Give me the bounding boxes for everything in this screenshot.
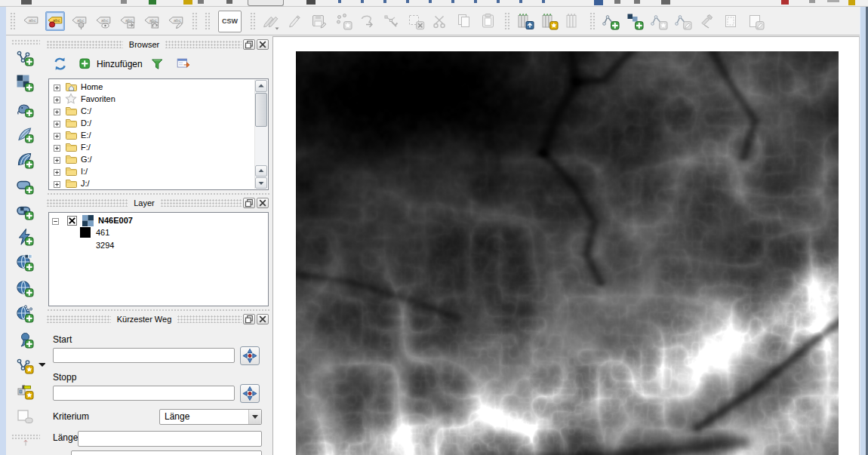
browser-item-home[interactable]: Home — [49, 81, 254, 93]
add-oracle-georaster-layer-button[interactable] — [16, 202, 35, 222]
add-wcs-layer-button[interactable] — [16, 254, 35, 273]
delete-selected-button[interactable] — [406, 11, 426, 31]
scrollbar-thumb[interactable] — [255, 93, 267, 127]
add-mssql-layer-button[interactable] — [16, 151, 35, 171]
expand-plus-icon[interactable] — [54, 108, 60, 115]
select-by-rectangle-button[interactable] — [722, 11, 741, 31]
expand-plus-icon[interactable] — [54, 156, 60, 163]
panel-float-button[interactable] — [243, 39, 255, 50]
expand-plus-icon[interactable] — [54, 120, 60, 127]
add-postgis-layer-button[interactable] — [16, 100, 35, 119]
change-label-button[interactable]: abc — [166, 11, 186, 31]
paste-features-button[interactable] — [479, 11, 498, 31]
collapse-minus-icon[interactable] — [52, 217, 59, 224]
scroll-down-button[interactable] — [255, 177, 267, 189]
toolbar-handle[interactable] — [504, 12, 509, 30]
save-layer-edits-button[interactable] — [309, 11, 329, 31]
time-input-partial[interactable] — [71, 450, 262, 455]
panel-close-button[interactable] — [257, 314, 269, 324]
criterion-select[interactable]: Länge — [159, 409, 262, 425]
show-hide-labels-button[interactable]: abc — [94, 11, 113, 31]
expand-plus-icon[interactable] — [54, 96, 60, 103]
labeling-button[interactable]: abc — [21, 11, 41, 31]
edit-vector-layer-button[interactable] — [673, 11, 693, 31]
toolbar-handle[interactable] — [11, 39, 40, 45]
browser-item-g[interactable]: G:/ — [49, 153, 254, 165]
browser-item-e[interactable]: E:/ — [49, 129, 254, 141]
move-label-button[interactable]: abc — [118, 11, 137, 31]
new-layer-disabled-button[interactable] — [16, 407, 35, 427]
metasearch-csw-button[interactable]: CSW — [218, 11, 242, 32]
toolbar-handle[interactable] — [205, 12, 210, 30]
toolbar-handle[interactable] — [11, 434, 40, 439]
filter-button[interactable] — [150, 57, 166, 72]
add-oracle-layer-button[interactable] — [16, 177, 35, 196]
add-wfs-layer-button[interactable] — [16, 305, 35, 324]
cut-features-button[interactable] — [430, 11, 450, 31]
new-print-composer-button[interactable] — [516, 11, 535, 31]
toolbar-handle[interactable] — [192, 12, 197, 30]
pin-labels-button[interactable]: abc — [69, 11, 89, 31]
expand-plus-icon[interactable] — [54, 168, 60, 175]
copy-features-button[interactable] — [454, 11, 474, 31]
expand-plus-icon[interactable] — [54, 180, 60, 187]
combo-dropdown-button[interactable] — [248, 410, 261, 424]
new-vector-layer-button[interactable] — [601, 11, 620, 31]
panel-float-button[interactable] — [243, 314, 255, 324]
browser-item-j[interactable]: J:/ — [49, 177, 254, 189]
add-web-layer-button[interactable] — [16, 279, 35, 299]
add-vector-layer-button[interactable] — [16, 48, 35, 68]
layer-visibility-checkbox[interactable] — [67, 216, 77, 226]
map-canvas[interactable] — [272, 36, 860, 455]
capture-start-button[interactable] — [240, 346, 260, 365]
start-input[interactable] — [53, 348, 235, 363]
measure-icon[interactable] — [16, 440, 35, 450]
browser-scrollbar[interactable] — [254, 80, 267, 189]
composer-manager-button[interactable] — [540, 11, 559, 31]
new-gpx-layer-button[interactable] — [16, 382, 35, 401]
toolbar-handle[interactable] — [589, 12, 595, 30]
browser-item-i[interactable]: I:/ — [49, 165, 254, 177]
toolbar-handle[interactable] — [10, 12, 15, 30]
node-tool-button[interactable] — [382, 11, 402, 31]
rotate-label-button[interactable]: abc — [142, 11, 162, 31]
expand-plus-icon[interactable] — [54, 132, 60, 139]
toolbar-fragment — [519, 0, 522, 3]
map-tools-button[interactable] — [697, 11, 717, 31]
browser-item-c[interactable]: C:/ — [49, 105, 254, 117]
scroll-up-button-2[interactable] — [255, 165, 267, 177]
capture-stop-button[interactable] — [240, 384, 260, 403]
layer-item-n46e007[interactable]: N46E007 — [49, 213, 268, 226]
browser-item-d[interactable]: D:/ — [49, 117, 254, 129]
new-memory-layer-button[interactable] — [649, 11, 669, 31]
refresh-button[interactable] — [53, 57, 69, 72]
add-feature-button[interactable] — [334, 11, 353, 31]
expand-plus-icon[interactable] — [54, 144, 60, 151]
raster-layer-n46e007 — [296, 51, 839, 455]
properties-widget-button[interactable] — [176, 57, 192, 72]
new-raster-layer-button[interactable] — [625, 11, 645, 31]
stop-input[interactable] — [53, 386, 235, 401]
expand-plus-icon[interactable] — [54, 84, 60, 91]
add-selected-layers-button[interactable]: Hinzufügen — [78, 57, 143, 71]
add-delimited-text-layer-button[interactable] — [16, 330, 35, 350]
toolbar-handle[interactable] — [250, 12, 255, 30]
add-spatialite-layer-button[interactable] — [16, 125, 35, 145]
toggle-editing-button[interactable] — [285, 11, 305, 31]
new-shapefile-layer-button[interactable] — [16, 356, 35, 376]
panel-float-button[interactable] — [243, 198, 255, 208]
move-feature-button[interactable] — [358, 11, 377, 31]
length-input[interactable] — [78, 431, 262, 447]
browser-item-f[interactable]: F:/ — [49, 141, 254, 153]
print-composers-button[interactable] — [564, 11, 583, 31]
add-wms-wmts-layer-button[interactable] — [16, 228, 35, 247]
labeling-highlighted-button[interactable]: abc — [45, 11, 65, 31]
layers-panel-title: Layer — [128, 198, 161, 208]
add-raster-layer-button[interactable] — [16, 74, 35, 94]
panel-close-button[interactable] — [257, 198, 269, 208]
current-edits-button[interactable] — [261, 11, 281, 31]
panel-close-button[interactable] — [257, 39, 269, 50]
modify-selection-button[interactable] — [746, 11, 765, 31]
scroll-up-button[interactable] — [255, 80, 267, 92]
browser-item-favoriten[interactable]: Favoriten — [49, 93, 254, 105]
